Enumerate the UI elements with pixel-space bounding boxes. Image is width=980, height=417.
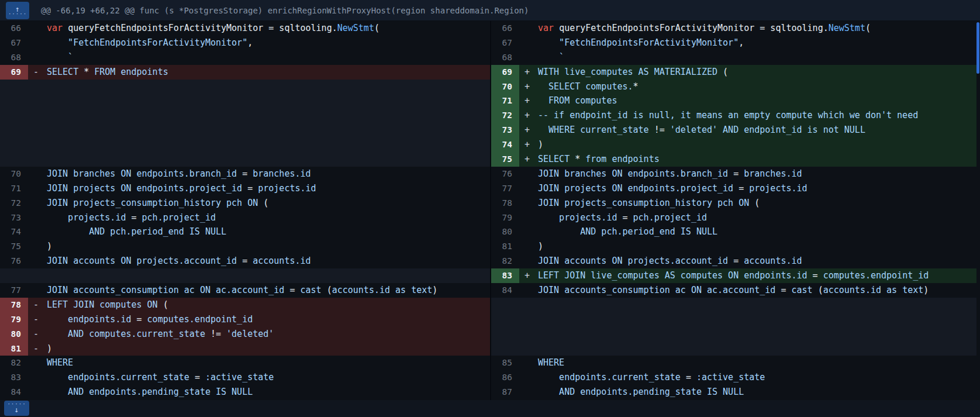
code-token: AND computes.current_state <box>47 329 211 339</box>
diff-row-ctx: 74 AND pch.period_end IS NULL <box>0 225 490 239</box>
code-token: JOIN branches ON endpoints.branch_id <box>47 168 242 179</box>
line-number: 68 <box>0 50 28 65</box>
code-line: JOIN accounts ON projects.account_id = a… <box>28 254 490 268</box>
diff-row-fill <box>0 137 490 152</box>
code-line: -) <box>28 342 490 356</box>
line-number: 69 <box>491 65 519 80</box>
code-token: SELECT computes. <box>538 81 633 92</box>
code-token: pch.project_id <box>628 212 707 223</box>
code-token: , <box>739 37 744 48</box>
diff-row-add: 71+ FROM computes <box>491 94 980 108</box>
diff-row-ctx: 79 projects.id = pch.project_id <box>491 211 980 225</box>
diff-row-ctx: 66var queryFetchEndpointsForActivityMoni… <box>491 21 980 36</box>
diff-row-ctx: 73 projects.id = pch.project_id <box>0 211 490 225</box>
diff-row-fill <box>491 298 980 312</box>
line-number: 72 <box>0 196 28 211</box>
code-line: +WITH live_computes AS MATERIALIZED ( <box>519 65 980 80</box>
code-token: ) <box>47 343 52 354</box>
scrollbar-track <box>976 21 980 400</box>
expand-down-button[interactable]: ····· ↓ <box>4 401 29 416</box>
code-token: endpoints.id <box>47 314 137 325</box>
hunk-header-text: @@ -66,19 +66,22 @@ func (s *PostgresSto… <box>41 0 529 21</box>
code-token: = <box>195 372 200 382</box>
code-line: +-- if endpoint_id is null, it means an … <box>519 108 980 123</box>
code-line: projects.id = pch.project_id <box>519 211 980 225</box>
code-line: -LEFT JOIN computes ON ( <box>28 298 490 312</box>
diff-row-fill <box>0 108 490 123</box>
code-token: AND endpoints.pending_state IS NULL <box>538 387 744 397</box>
code-line: + FROM computes <box>519 94 980 108</box>
code-line: AND endpoints.pending_state IS NULL <box>28 385 490 399</box>
code-token: = <box>137 314 142 325</box>
code-token: ` <box>47 52 73 63</box>
line-number: 67 <box>491 36 519 50</box>
code-line: projects.id = pch.project_id <box>28 211 490 225</box>
diff-row-fill <box>0 94 490 108</box>
line-number: 69 <box>0 65 28 80</box>
code-token: ) <box>923 285 929 295</box>
diff-row-ctx: 82WHERE <box>0 356 490 370</box>
line-number: 75 <box>491 152 519 167</box>
diff-row-fill <box>0 80 490 94</box>
code-token: computes.endpoint_id <box>818 270 929 281</box>
code-line: +) <box>519 137 980 152</box>
diff-row-add: 83+LEFT JOIN live_computes AS computes O… <box>491 268 980 283</box>
code-token: != <box>211 329 221 339</box>
code-token: JOIN accounts ON projects.account_id <box>47 256 242 266</box>
line-number: 74 <box>491 137 519 152</box>
code-token: ( <box>754 198 760 208</box>
diff-pane-new: 66var queryFetchEndpointsForActivityMoni… <box>490 21 980 400</box>
diff-row-del: 69-SELECT * FROM endpoints <box>0 65 490 80</box>
line-number: 82 <box>491 254 519 268</box>
code-token: "FetchEndpointsForActivityMonitor" <box>538 37 739 48</box>
line-number: 68 <box>491 50 519 65</box>
deletion-marker: - <box>33 298 47 312</box>
code-token: ( <box>327 285 332 295</box>
diff-row-ctx: 85WHERE <box>491 356 980 370</box>
code-line: - endpoints.id = computes.endpoint_id <box>28 312 490 327</box>
code-token: = <box>242 256 247 266</box>
code-token: ( <box>374 23 379 33</box>
expand-up-button[interactable]: ↑ ····· <box>6 2 29 19</box>
diff-row-ctx: 76JOIN branches ON endpoints.branch_id =… <box>491 167 980 181</box>
code-token: accounts.id as text <box>332 285 433 295</box>
code-token: FROM endpoints <box>89 67 168 77</box>
code-token: = <box>733 168 739 179</box>
code-line: + WHERE current_state != 'deleted' AND e… <box>519 123 980 137</box>
code-line: JOIN projects_consumption_history pch ON… <box>519 196 980 211</box>
code-line: JOIN branches ON endpoints.branch_id = b… <box>519 167 980 181</box>
code-token: "FetchEndpointsForActivityMonitor" <box>47 37 247 48</box>
line-number: 72 <box>491 108 519 123</box>
code-token: = <box>733 256 739 266</box>
line-number: 78 <box>0 298 28 312</box>
code-line: +LEFT JOIN live_computes AS computes ON … <box>519 268 980 283</box>
scrollbar-thumb[interactable] <box>976 22 979 74</box>
code-token: != <box>654 125 665 135</box>
code-token: endpoints.current_state <box>47 372 195 382</box>
code-token: ) <box>432 285 437 295</box>
line-number: 77 <box>491 181 519 196</box>
diff-row-ctx: 67 "FetchEndpointsForActivityMonitor", <box>491 36 980 50</box>
line-number: 76 <box>491 167 519 181</box>
diff-row-ctx: 68 ` <box>491 50 980 65</box>
code-token: branches.id <box>247 168 310 179</box>
line-number: 83 <box>491 268 519 283</box>
code-token: accounts.id <box>739 256 802 266</box>
line-number: 80 <box>491 225 519 239</box>
code-token: accounts.id as text <box>823 285 924 295</box>
addition-marker: + <box>524 137 538 152</box>
code-token: = <box>623 212 628 223</box>
line-number: 78 <box>491 196 519 211</box>
code-token: SELECT <box>47 67 84 77</box>
code-token: ( <box>723 67 728 77</box>
line-number: 73 <box>491 123 519 137</box>
code-token: computes.endpoint_id <box>142 314 253 325</box>
diff-row-ctx: 84JOIN accounts_consumption ac ON ac.acc… <box>491 283 980 298</box>
code-line: var queryFetchEndpointsForActivityMonito… <box>519 21 980 36</box>
diff-row-add: 73+ WHERE current_state != 'deleted' AND… <box>491 123 980 137</box>
code-token: = <box>813 270 818 281</box>
line-number: 81 <box>0 342 28 356</box>
diff-row-ctx: 83 endpoints.current_state = :active_sta… <box>0 370 490 385</box>
code-token: SELECT <box>538 154 575 164</box>
code-line: ` <box>28 50 490 65</box>
